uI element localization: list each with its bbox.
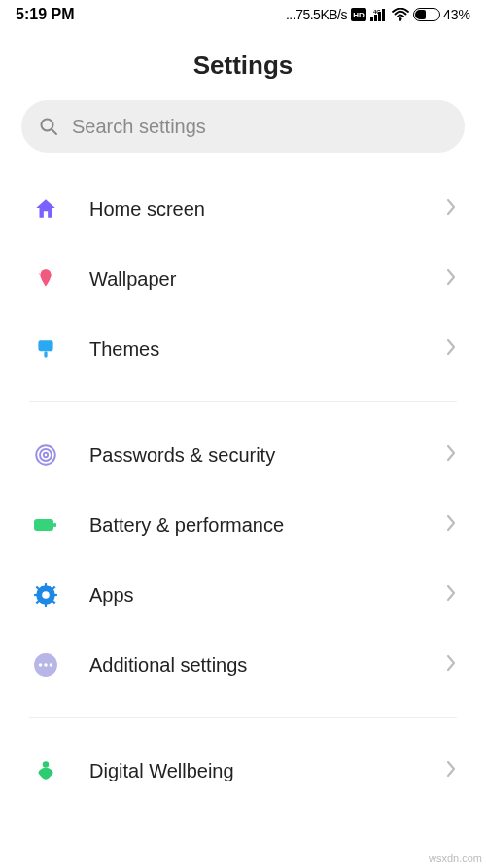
settings-row-themes[interactable]: Themes: [0, 314, 486, 384]
settings-list: Home screenWallpaperThemesPasswords & se…: [0, 174, 486, 806]
status-time: 5:19 PM: [16, 6, 74, 23]
chevron-right-icon: [445, 583, 457, 607]
status-indicators: ...75.5KB/s HD 4G 43%: [286, 7, 470, 22]
svg-rect-5: [382, 9, 385, 21]
svg-rect-16: [53, 523, 56, 527]
chevron-right-icon: [445, 197, 457, 221]
chevron-right-icon: [445, 267, 457, 291]
net-speed: ...75.5KB/s: [286, 7, 347, 22]
settings-row-additional-settings[interactable]: Additional settings: [0, 630, 486, 700]
svg-text:4G: 4G: [373, 9, 381, 15]
svg-rect-11: [44, 351, 47, 358]
status-bar: 5:19 PM ...75.5KB/s HD 4G 43%: [0, 0, 486, 27]
settings-row-label: Additional settings: [89, 654, 445, 677]
svg-text:HD: HD: [353, 11, 364, 19]
settings-row-label: Passwords & security: [89, 444, 445, 467]
chevron-right-icon: [445, 759, 457, 782]
search-bar[interactable]: [21, 100, 465, 153]
svg-rect-19: [45, 583, 47, 587]
svg-point-7: [399, 17, 401, 20]
search-input[interactable]: [72, 116, 447, 138]
battery-indicator: 43%: [413, 7, 470, 22]
svg-rect-3: [374, 15, 377, 21]
svg-rect-15: [34, 519, 53, 531]
group-divider: [29, 401, 457, 402]
search-icon: [39, 117, 58, 136]
svg-point-13: [40, 449, 52, 461]
gear-icon: [29, 582, 62, 608]
svg-point-28: [39, 663, 42, 666]
settings-row-label: Apps: [89, 584, 445, 607]
settings-row-label: Themes: [89, 338, 445, 361]
settings-row-battery-performance[interactable]: Battery & performance: [0, 490, 486, 560]
settings-row-home-screen[interactable]: Home screen: [0, 174, 486, 244]
chevron-right-icon: [445, 653, 457, 677]
settings-row-label: Wallpaper: [89, 268, 445, 291]
chevron-right-icon: [445, 443, 457, 467]
battery-percent: 43%: [443, 7, 470, 22]
group-divider: [29, 717, 457, 718]
flower-icon: [29, 266, 62, 292]
volte-icon: HD: [351, 8, 366, 21]
battery-icon: [29, 515, 62, 535]
svg-rect-20: [45, 603, 47, 607]
svg-rect-22: [53, 594, 57, 596]
chevron-right-icon: [445, 513, 457, 537]
wellbeing-icon: [29, 758, 62, 783]
svg-point-31: [43, 761, 50, 768]
dots-icon: [29, 652, 62, 677]
svg-rect-10: [38, 340, 52, 351]
settings-row-label: Home screen: [89, 198, 445, 221]
page-title: Settings: [0, 51, 486, 81]
svg-line-9: [52, 130, 57, 135]
svg-rect-2: [370, 17, 373, 21]
settings-row-wallpaper[interactable]: Wallpaper: [0, 244, 486, 314]
watermark: wsxdn.com: [429, 852, 482, 864]
wifi-icon: [392, 8, 409, 21]
battery-icon: [413, 8, 440, 21]
chevron-right-icon: [445, 337, 457, 361]
svg-point-18: [42, 591, 50, 599]
brush-icon: [29, 336, 62, 362]
svg-point-30: [50, 663, 52, 666]
home-icon: [29, 196, 62, 222]
svg-point-29: [44, 663, 47, 666]
svg-point-14: [44, 453, 48, 457]
settings-row-label: Digital Wellbeing: [89, 760, 445, 782]
fingerprint-icon: [29, 442, 62, 468]
svg-rect-21: [34, 594, 38, 596]
svg-point-8: [42, 120, 53, 131]
settings-row-label: Battery & performance: [89, 514, 445, 537]
settings-row-digital-wellbeing[interactable]: Digital Wellbeing: [0, 736, 486, 806]
settings-row-apps[interactable]: Apps: [0, 560, 486, 630]
signal-icon: 4G: [370, 8, 388, 21]
settings-row-passwords-security[interactable]: Passwords & security: [0, 420, 486, 490]
